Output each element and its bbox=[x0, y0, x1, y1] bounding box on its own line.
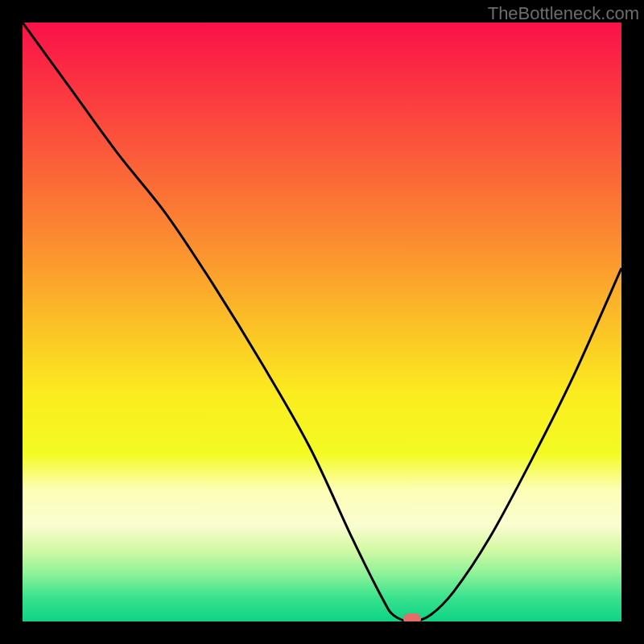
chart-container: TheBottleneck.com bbox=[0, 0, 644, 644]
watermark-text: TheBottleneck.com bbox=[488, 3, 639, 24]
bottleneck-curve bbox=[23, 23, 621, 621]
plot-area bbox=[23, 23, 621, 621]
optimal-marker bbox=[403, 613, 421, 621]
